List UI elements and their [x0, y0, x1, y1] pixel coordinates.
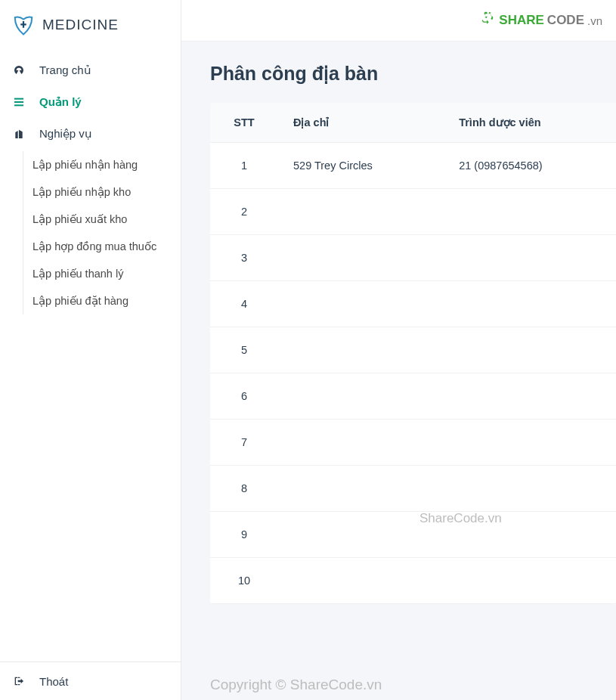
table-row[interactable]: 4 — [210, 281, 616, 327]
cell-rep — [444, 420, 616, 466]
cell-address — [278, 466, 444, 512]
submenu-item[interactable]: Lập hợp đồng mua thuốc — [28, 233, 181, 260]
nav-menu: Trang chủ Quản lý Nghiệp vụ — [0, 50, 181, 150]
cell-rep — [444, 466, 616, 512]
submenu-item[interactable]: Lập phiếu nhận hàng — [28, 151, 181, 178]
cell-address — [278, 281, 444, 327]
col-header-rep[interactable]: Trình dược viên — [444, 103, 616, 143]
cell-address — [278, 189, 444, 235]
submenu: Lập phiếu nhận hàng Lập phiếu nhập kho L… — [23, 151, 181, 314]
table-row[interactable]: 3 — [210, 235, 616, 281]
page-title: Phân công địa bàn — [210, 63, 616, 85]
cell-stt: 4 — [210, 281, 278, 327]
cell-address — [278, 327, 444, 373]
cell-address — [278, 420, 444, 466]
cell-rep — [444, 235, 616, 281]
table-row[interactable]: 1529 Trey Circles21 (0987654568) — [210, 143, 616, 189]
cell-stt: 2 — [210, 189, 278, 235]
col-header-stt[interactable]: STT — [210, 103, 278, 143]
cell-rep — [444, 558, 616, 604]
main-content: SHARECODE.vn Phân công địa bàn STT Địa c… — [181, 0, 616, 700]
svg-rect-1 — [14, 101, 23, 103]
cell-rep — [444, 512, 616, 558]
content: Phân công địa bàn STT Địa chỉ Trình dược… — [181, 42, 616, 604]
assignment-table: STT Địa chỉ Trình dược viên 1529 Trey Ci… — [210, 103, 616, 604]
cell-address: 529 Trey Circles — [278, 143, 444, 189]
submenu-item[interactable]: Lập phiếu đặt hàng — [28, 287, 181, 314]
sharecode-logo[interactable]: SHARECODE.vn — [479, 11, 602, 31]
cell-stt: 5 — [210, 327, 278, 373]
medicine-logo-icon — [12, 14, 35, 36]
table-row[interactable]: 9 — [210, 512, 616, 558]
brand: MEDICINE — [0, 0, 181, 50]
dashboard-icon — [12, 63, 26, 77]
cell-stt: 7 — [210, 420, 278, 466]
table-row[interactable]: 2 — [210, 189, 616, 235]
topbar: SHARECODE.vn — [181, 0, 616, 42]
cell-stt: 9 — [210, 512, 278, 558]
cell-address — [278, 373, 444, 420]
nav-label-home: Trang chủ — [39, 63, 91, 77]
logo-text-share: SHARE — [499, 13, 544, 28]
cell-stt: 3 — [210, 235, 278, 281]
table-row[interactable]: 6 — [210, 373, 616, 420]
nav-item-home[interactable]: Trang chủ — [0, 54, 181, 86]
table-row[interactable]: 8 — [210, 466, 616, 512]
cell-rep — [444, 189, 616, 235]
cell-stt: 10 — [210, 558, 278, 604]
svg-rect-2 — [14, 104, 23, 106]
cell-stt: 1 — [210, 143, 278, 189]
cell-rep — [444, 327, 616, 373]
submenu-item[interactable]: Lập phiếu xuất kho — [28, 206, 181, 233]
nav-item-business[interactable]: Nghiệp vụ — [0, 118, 181, 150]
sidebar-footer: Thoát — [0, 661, 181, 700]
cell-stt: 8 — [210, 466, 278, 512]
table-row[interactable]: 5 — [210, 327, 616, 373]
cell-rep — [444, 373, 616, 420]
table-row[interactable]: 7 — [210, 420, 616, 466]
col-header-address[interactable]: Địa chỉ — [278, 103, 444, 143]
nav-item-manage[interactable]: Quản lý — [0, 86, 181, 118]
list-icon — [12, 95, 26, 109]
logout-button[interactable]: Thoát — [0, 662, 181, 700]
table-row[interactable]: 10 — [210, 558, 616, 604]
nav-label-business: Nghiệp vụ — [39, 127, 92, 141]
svg-rect-0 — [14, 98, 23, 100]
cell-address — [278, 235, 444, 281]
submenu-item[interactable]: Lập phiếu nhập kho — [28, 178, 181, 206]
building-icon — [12, 127, 26, 141]
sidebar: MEDICINE Trang chủ Quản lý Nghiệp vụ Lập… — [0, 0, 181, 700]
cell-address — [278, 558, 444, 604]
cell-rep — [444, 281, 616, 327]
logout-icon — [12, 674, 26, 688]
cell-stt: 6 — [210, 373, 278, 420]
cell-address — [278, 512, 444, 558]
logout-label: Thoát — [39, 675, 68, 688]
brand-title: MEDICINE — [42, 17, 119, 33]
submenu-item[interactable]: Lập phiếu thanh lý — [28, 260, 181, 287]
logo-text-code: CODE — [547, 13, 584, 28]
recycle-icon — [479, 11, 496, 31]
logo-text-vn: .vn — [587, 14, 602, 27]
nav-label-manage: Quản lý — [39, 95, 82, 109]
table-header-row: STT Địa chỉ Trình dược viên — [210, 103, 616, 143]
cell-rep: 21 (0987654568) — [444, 143, 616, 189]
